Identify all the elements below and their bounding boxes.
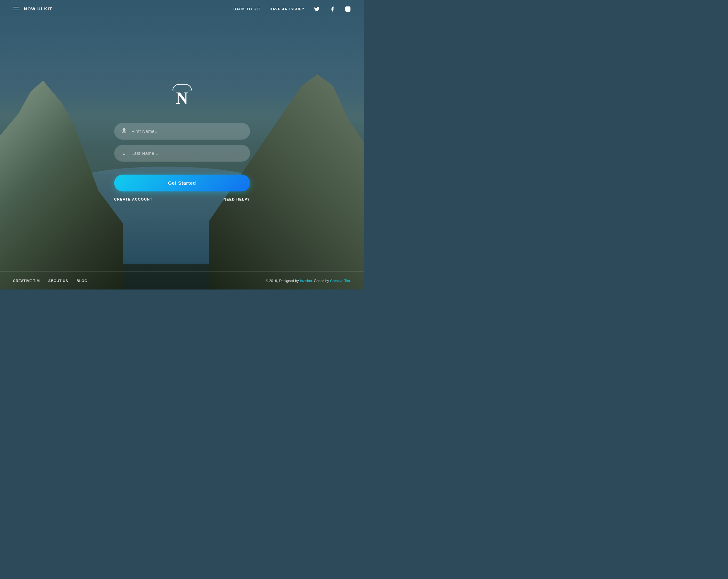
have-an-issue-link[interactable]: HAVE AN ISSUE?	[269, 7, 305, 11]
first-name-input-group	[114, 123, 250, 139]
footer-copyright: © 2019, Designed by Invision. Coded by C…	[266, 279, 351, 283]
copyright-text: © 2019, Designed by	[266, 279, 300, 283]
navbar-right: BACK TO KIT HAVE AN ISSUE?	[233, 6, 351, 12]
first-name-input[interactable]	[132, 128, 244, 134]
footer-links: CREATIVE TIM ABOUT US BLOG	[13, 279, 87, 283]
navbar-left: NOW UI KIT	[13, 6, 52, 11]
hamburger-icon[interactable]	[13, 7, 19, 11]
facebook-icon[interactable]	[329, 6, 336, 12]
instagram-icon[interactable]	[345, 6, 351, 12]
footer-blog-link[interactable]: BLOG	[76, 279, 87, 283]
get-started-button[interactable]: Get Started	[114, 174, 250, 191]
invision-link[interactable]: Invision	[300, 279, 312, 283]
footer: CREATIVE TIM ABOUT US BLOG © 2019, Desig…	[0, 272, 364, 290]
footer-about-us-link[interactable]: ABOUT US	[48, 279, 68, 283]
navbar: NOW UI KIT BACK TO KIT HAVE AN ISSUE?	[0, 0, 364, 18]
navbar-brand: NOW UI KIT	[24, 6, 52, 11]
coded-by-text: . Coded by	[312, 279, 330, 283]
need-help-link[interactable]: NEED HELP?	[224, 197, 250, 201]
create-account-link[interactable]: CREATE ACCOUNT	[114, 197, 153, 201]
logo-letter: N	[176, 89, 188, 106]
text-icon	[121, 150, 127, 157]
center-content: N Get Started CREATE ACCOUNT NEED HELP?	[114, 84, 250, 201]
form-links: CREATE ACCOUNT NEED HELP?	[114, 197, 250, 201]
twitter-icon[interactable]	[314, 6, 320, 12]
svg-point-3	[123, 129, 125, 131]
period: .	[350, 279, 351, 283]
creative-tim-footer-link[interactable]: Creative Tim	[330, 279, 350, 283]
footer-creative-tim-link[interactable]: CREATIVE TIM	[13, 279, 40, 283]
last-name-input[interactable]	[132, 151, 244, 156]
user-icon	[121, 127, 127, 135]
logo-container: N	[173, 84, 192, 106]
back-to-kit-link[interactable]: BACK TO KIT	[233, 7, 260, 11]
last-name-input-group	[114, 144, 250, 161]
